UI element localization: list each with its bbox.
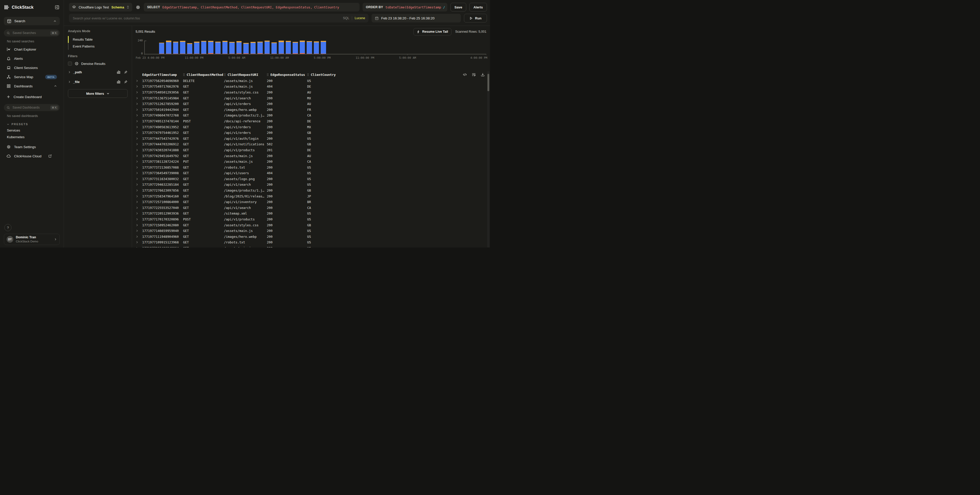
table-row[interactable]: 1771977513675145984GET/api/v1/search200M… xyxy=(135,95,487,101)
table-row[interactable]: 1771977447543742976GET/api/v1/auth/login… xyxy=(135,135,487,142)
filter-field-file[interactable]: _file xyxy=(68,77,128,86)
table-row[interactable]: 1771977146659959040GET/assets/main.js200… xyxy=(135,228,487,234)
schema-button[interactable]: Schema xyxy=(111,5,124,9)
mode-event-patterns[interactable]: Event Patterns xyxy=(68,43,128,50)
run-button[interactable]: Run xyxy=(464,14,487,22)
scrollbar-track[interactable] xyxy=(487,71,490,247)
table-row[interactable]: 1771977490563613952GET/api/v1/orders200M… xyxy=(135,124,487,130)
row-expand-icon[interactable] xyxy=(135,170,142,176)
scrollbar-thumb[interactable] xyxy=(487,74,489,91)
filter-field-path[interactable]: _path xyxy=(68,68,128,76)
row-expand-icon[interactable] xyxy=(135,164,142,170)
row-expand-icon[interactable] xyxy=(135,113,142,118)
histogram-bar[interactable] xyxy=(237,41,242,54)
preset-services[interactable]: Services xyxy=(4,127,60,134)
event-search-box[interactable]: SQL Lucene xyxy=(69,14,369,22)
denoise-checkbox[interactable] xyxy=(68,62,72,66)
histogram-bar[interactable] xyxy=(166,41,171,54)
table-row[interactable]: 1771977150952462080GET/assets/styles.css… xyxy=(135,222,487,228)
sidebar-item-alerts[interactable]: Alerts xyxy=(4,54,60,63)
row-expand-icon[interactable] xyxy=(135,222,142,228)
time-range-picker[interactable]: Feb 23 16:38:20 - Feb 25 16:38:20 xyxy=(372,14,461,22)
histogram-bar[interactable] xyxy=(286,41,291,54)
select-clause-input[interactable]: SELECT EdgeStartTimestamp, ClientRequest… xyxy=(144,3,360,11)
table-row[interactable]: 1771977220512903936GET/sitemap.xml200US xyxy=(135,211,487,216)
table-row[interactable]: 1771977276623097856GET/images/products/1… xyxy=(135,188,487,193)
table-row[interactable]: 1771977430320741888GET/api/v1/products20… xyxy=(135,147,487,153)
sidebar-item-team-settings[interactable]: Team Settings xyxy=(4,142,60,151)
row-expand-icon[interactable] xyxy=(135,107,142,113)
histogram-bar[interactable] xyxy=(201,41,207,54)
wrap-text-icon[interactable] xyxy=(472,73,476,76)
histogram-bar[interactable] xyxy=(243,43,249,54)
save-button[interactable]: Save xyxy=(450,3,466,11)
create-dashboard-button[interactable]: Create Dashboard xyxy=(4,92,60,102)
row-expand-icon[interactable] xyxy=(135,89,142,95)
query-settings-gear-icon[interactable] xyxy=(135,5,141,10)
table-row[interactable]: 1771977496047072768GET/images/products/2… xyxy=(135,113,487,118)
mode-results-table[interactable]: Results Table xyxy=(68,36,128,43)
histogram-bar[interactable] xyxy=(278,41,284,54)
row-expand-icon[interactable] xyxy=(135,188,142,193)
sql-mode-toggle[interactable]: SQL xyxy=(343,16,349,20)
row-expand-icon[interactable] xyxy=(135,245,142,247)
row-expand-icon[interactable] xyxy=(135,101,142,107)
user-menu[interactable]: DT Dominic Tran ClickStack Demo xyxy=(4,234,60,245)
histogram-bar[interactable] xyxy=(293,42,298,54)
row-expand-icon[interactable] xyxy=(135,234,142,240)
row-expand-icon[interactable] xyxy=(135,240,142,245)
resume-live-tail-button[interactable]: Resume Live Tail xyxy=(414,28,451,35)
table-row[interactable]: 1771977429451649792GET/assets/main.js200… xyxy=(135,153,487,159)
saved-dashboards-search[interactable]: ⌘ K xyxy=(4,104,60,111)
column-header[interactable]: EdgeResponseStatus xyxy=(267,73,307,76)
table-row[interactable]: 1771977111948904960GET/images/hero.webp2… xyxy=(135,234,487,240)
row-expand-icon[interactable] xyxy=(135,211,142,216)
table-row[interactable]: 1771977257100864000GET/api/v1/inventory2… xyxy=(135,199,487,205)
histogram-bar[interactable] xyxy=(314,41,319,54)
sidebar-item-dashboards[interactable]: Dashboards xyxy=(4,81,60,91)
histogram-bar[interactable] xyxy=(180,41,185,54)
table-row[interactable]: 1771977562054696960DELETE/assets/main.js… xyxy=(135,78,487,84)
table-row[interactable]: 1771977512627859200GET/api/v1/orders200A… xyxy=(135,101,487,107)
more-filters-button[interactable]: More filters xyxy=(68,89,128,98)
table-row[interactable]: 1771977225553527040GET/api/v1/search200C… xyxy=(135,205,487,211)
field-pin-icon[interactable] xyxy=(124,70,128,74)
row-expand-icon[interactable] xyxy=(135,159,142,164)
table-row[interactable]: 1771977501019442944GET/images/hero.webp2… xyxy=(135,107,487,113)
row-expand-icon[interactable] xyxy=(135,199,142,205)
row-expand-icon[interactable] xyxy=(135,118,142,124)
row-expand-icon[interactable] xyxy=(135,95,142,101)
sidebar-item-clickhouse-cloud[interactable]: ClickHouse Cloud xyxy=(4,151,60,161)
histogram-bar[interactable] xyxy=(321,41,326,54)
column-header[interactable]: ClientRequestURI xyxy=(224,73,267,76)
saved-searches-input[interactable] xyxy=(12,31,48,35)
row-expand-icon[interactable] xyxy=(135,78,142,84)
sidebar-item-search[interactable]: Search xyxy=(4,17,60,25)
order-by-input[interactable]: ORDER BY toDateTime(EdgeStartTimestamp / xyxy=(363,3,447,11)
table-row[interactable]: 1771977381128724224PUT/assets/main.js200… xyxy=(135,159,487,164)
collapse-sidebar-icon[interactable] xyxy=(55,5,59,10)
histogram-bar[interactable] xyxy=(300,41,305,54)
table-row[interactable]: 1771977170170320896POST/api/v1/products2… xyxy=(135,216,487,222)
table-row[interactable]: 1771977549717662976GET/assets/main.js404… xyxy=(135,84,487,90)
row-expand-icon[interactable] xyxy=(135,228,142,234)
sidebar-item-service-map[interactable]: Service Map BETA xyxy=(4,72,60,81)
sidebar-item-chart-explorer[interactable]: Chart Explorer xyxy=(4,45,60,54)
event-search-input[interactable] xyxy=(72,16,340,21)
column-header[interactable]: ClientCountry xyxy=(307,73,487,76)
table-row[interactable]: 1771977479754461952GET/api/v1/orders200G… xyxy=(135,130,487,135)
row-expand-icon[interactable] xyxy=(135,147,142,153)
saved-searches-search[interactable]: ⌘ K xyxy=(4,29,60,37)
column-header[interactable]: EdgeStartTimestamp xyxy=(142,73,183,76)
table-row[interactable]: 1771977372136857088GET/robots.txt200US xyxy=(135,164,487,170)
alerts-button[interactable]: Alerts xyxy=(469,3,487,11)
row-expand-icon[interactable] xyxy=(135,205,142,211)
row-expand-icon[interactable] xyxy=(135,153,142,159)
row-expand-icon[interactable] xyxy=(135,176,142,182)
presets-toggle[interactable]: PRESETS xyxy=(4,121,60,127)
histogram-bar[interactable] xyxy=(159,43,164,54)
row-expand-icon[interactable] xyxy=(135,124,142,130)
help-button[interactable]: ? xyxy=(4,224,11,231)
field-pin-icon[interactable] xyxy=(124,80,128,84)
histogram-bar[interactable] xyxy=(229,42,235,54)
